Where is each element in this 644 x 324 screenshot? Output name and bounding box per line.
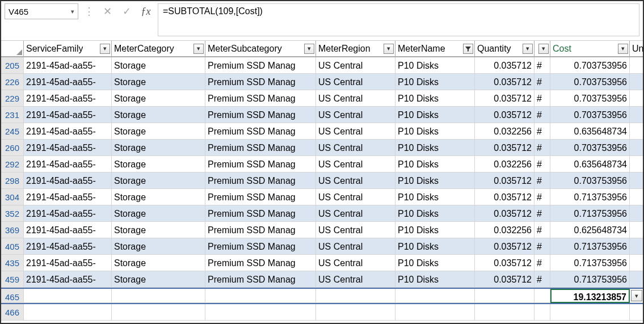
name-box-input[interactable] xyxy=(9,7,60,16)
cell-cost[interactable]: 0.713753956 xyxy=(550,238,630,255)
cell-metername[interactable]: P10 Disks xyxy=(395,255,475,271)
cell-cost[interactable]: 0.635648734 xyxy=(550,156,630,172)
cell[interactable] xyxy=(550,304,630,321)
cell-metername[interactable]: P10 Disks xyxy=(395,90,475,107)
cell-hash[interactable]: # xyxy=(534,255,550,271)
cell-hash[interactable]: # xyxy=(534,107,550,123)
cell-quantity[interactable]: 0.032256 xyxy=(475,123,534,140)
cell-metersubcategory[interactable]: Premium SSD Manag xyxy=(205,90,316,107)
cell-cost[interactable]: 0.703753956 xyxy=(550,140,630,156)
cell-metername[interactable]: P10 Disks xyxy=(395,271,475,288)
filter-button-quantity[interactable] xyxy=(523,44,533,54)
cell-metersubcategory[interactable]: Premium SSD Manag xyxy=(205,271,316,288)
cell-uni[interactable] xyxy=(630,255,644,271)
cell-uni[interactable] xyxy=(630,271,644,288)
row-number[interactable]: 465 xyxy=(1,289,24,303)
cell[interactable] xyxy=(630,304,644,321)
row-number[interactable]: 466 xyxy=(1,304,24,321)
cell-metercategory[interactable]: Storage xyxy=(112,156,205,172)
cell-metername[interactable]: P10 Disks xyxy=(395,238,475,255)
cell-quantity[interactable]: 0.035712 xyxy=(475,271,534,288)
cell-meterregion[interactable]: US Central xyxy=(316,189,395,205)
row-number[interactable]: 459 xyxy=(1,271,24,288)
cell-meterregion[interactable]: US Central xyxy=(316,205,395,222)
cell-uni[interactable] xyxy=(630,90,644,107)
cell-hash[interactable]: # xyxy=(534,90,550,107)
cell-hash[interactable]: # xyxy=(534,140,550,156)
cell-metername[interactable]: P10 Disks xyxy=(395,74,475,90)
fx-button[interactable]: ƒx xyxy=(138,4,153,19)
col-header-hash[interactable] xyxy=(534,41,550,57)
cell-uni[interactable] xyxy=(630,57,644,74)
cell-servicefamily[interactable]: 2191-45ad-aa55- xyxy=(24,107,112,123)
cell-servicefamily[interactable]: 2191-45ad-aa55- xyxy=(24,140,112,156)
cell[interactable] xyxy=(24,289,112,303)
cell-hash[interactable]: # xyxy=(534,74,550,90)
cell-cost[interactable]: 0.713753956 xyxy=(550,255,630,271)
row-number[interactable]: 292 xyxy=(1,156,24,172)
cell[interactable] xyxy=(316,304,395,321)
cell-hash[interactable]: # xyxy=(534,156,550,172)
name-box[interactable]: ▾ xyxy=(5,3,78,19)
cell-quantity[interactable]: 0.032256 xyxy=(475,222,534,238)
cell[interactable] xyxy=(316,289,395,303)
cell[interactable] xyxy=(24,304,112,321)
cell-metercategory[interactable]: Storage xyxy=(112,107,205,123)
row-number[interactable]: 352 xyxy=(1,205,24,222)
cell-cost[interactable]: 0.703753956 xyxy=(550,90,630,107)
col-header-uni[interactable]: Uni xyxy=(630,41,644,57)
cell-metername[interactable]: P10 Disks xyxy=(395,140,475,156)
cell-hash[interactable]: # xyxy=(534,57,550,74)
cell-metercategory[interactable]: Storage xyxy=(112,238,205,255)
cell-cost[interactable]: 0.703753956 xyxy=(550,107,630,123)
row-number[interactable]: 435 xyxy=(1,255,24,271)
col-header-metername[interactable]: MeterName xyxy=(395,41,475,57)
cell-meterregion[interactable]: US Central xyxy=(316,255,395,271)
cell-quantity[interactable]: 0.035712 xyxy=(475,74,534,90)
cell-hash[interactable]: # xyxy=(534,189,550,205)
filter-button-cost[interactable] xyxy=(618,44,628,54)
cell-cost[interactable]: 0.625648734 xyxy=(550,222,630,238)
cell[interactable] xyxy=(205,289,316,303)
cell-servicefamily[interactable]: 2191-45ad-aa55- xyxy=(24,271,112,288)
cell-metersubcategory[interactable]: Premium SSD Manag xyxy=(205,156,316,172)
cell-metersubcategory[interactable]: Premium SSD Manag xyxy=(205,238,316,255)
cell-meterregion[interactable]: US Central xyxy=(316,74,395,90)
cell-servicefamily[interactable]: 2191-45ad-aa55- xyxy=(24,222,112,238)
row-number[interactable]: 226 xyxy=(1,74,24,90)
row-number[interactable]: 229 xyxy=(1,90,24,107)
col-header-cost[interactable]: Cost xyxy=(550,41,630,57)
cell-servicefamily[interactable]: 2191-45ad-aa55- xyxy=(24,205,112,222)
cell-servicefamily[interactable]: 2191-45ad-aa55- xyxy=(24,90,112,107)
cell[interactable] xyxy=(395,304,475,321)
cell-metername[interactable]: P10 Disks xyxy=(395,222,475,238)
col-header-metersubcategory[interactable]: MeterSubcategory xyxy=(205,41,316,57)
chevron-down-icon[interactable]: ▾ xyxy=(71,8,74,15)
row-number[interactable]: 231 xyxy=(1,107,24,123)
cell-servicefamily[interactable]: 2191-45ad-aa55- xyxy=(24,255,112,271)
cell-quantity[interactable]: 0.035712 xyxy=(475,172,534,189)
cell-meterregion[interactable]: US Central xyxy=(316,271,395,288)
cell-metersubcategory[interactable]: Premium SSD Manag xyxy=(205,57,316,74)
cell-cost[interactable]: 0.713753956 xyxy=(550,271,630,288)
cell-metersubcategory[interactable]: Premium SSD Manag xyxy=(205,107,316,123)
row-number[interactable]: 298 xyxy=(1,172,24,189)
cell-servicefamily[interactable]: 2191-45ad-aa55- xyxy=(24,238,112,255)
row-number[interactable]: 245 xyxy=(1,123,24,140)
active-cell-total-cost[interactable]: 19.13213857 xyxy=(550,289,630,303)
cell-metersubcategory[interactable]: Premium SSD Manag xyxy=(205,222,316,238)
spreadsheet-grid[interactable]: ServiceFamily MeterCategory MeterSubcate… xyxy=(1,41,643,321)
cell-metercategory[interactable]: Storage xyxy=(112,172,205,189)
row-number[interactable]: 205 xyxy=(1,57,24,74)
cell-meterregion[interactable]: US Central xyxy=(316,156,395,172)
cell-uni[interactable] xyxy=(630,172,644,189)
cell-uni[interactable] xyxy=(630,205,644,222)
cell-metercategory[interactable]: Storage xyxy=(112,123,205,140)
cell-hash[interactable]: # xyxy=(534,172,550,189)
cell-hash[interactable]: # xyxy=(534,222,550,238)
filter-button-metercategory[interactable] xyxy=(193,44,204,54)
cell-quantity[interactable]: 0.035712 xyxy=(475,90,534,107)
cell-metersubcategory[interactable]: Premium SSD Manag xyxy=(205,255,316,271)
cell-metername[interactable]: P10 Disks xyxy=(395,172,475,189)
cell-cost[interactable]: 0.635648734 xyxy=(550,123,630,140)
